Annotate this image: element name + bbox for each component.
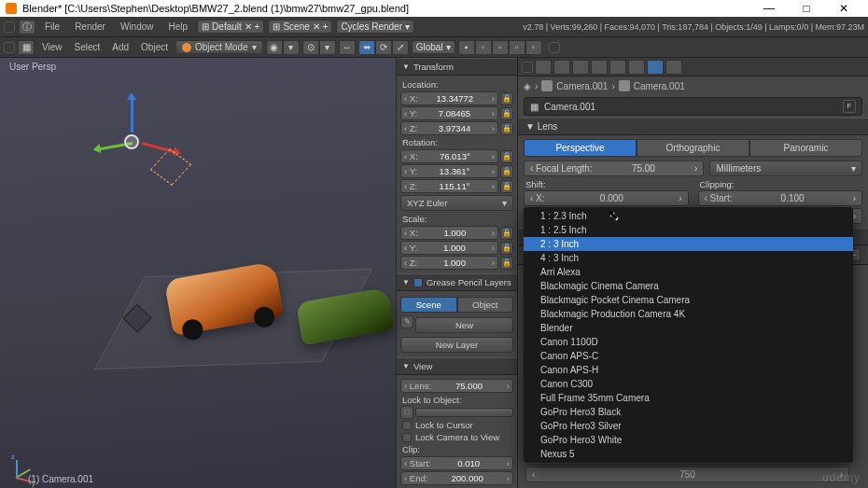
render-engine-select[interactable]: Cycles Render ▾ bbox=[336, 20, 414, 34]
view-panel-header[interactable]: ▼View bbox=[397, 357, 517, 375]
lock-icon[interactable]: 🔒 bbox=[500, 180, 513, 193]
camera-datablock-icon[interactable]: ▦ bbox=[530, 102, 539, 112]
lock-icon[interactable]: 🔒 bbox=[500, 257, 513, 270]
preset-option[interactable]: Full Frame 35mm Camera bbox=[524, 391, 853, 405]
loc-y-field[interactable]: ‹ Y:7.08465› bbox=[400, 106, 498, 120]
lens-type-perspective[interactable]: Perspective bbox=[524, 139, 637, 157]
preset-option[interactable]: Blackmagic Cinema Camera bbox=[524, 279, 853, 293]
lens-type-orthographic[interactable]: Orthographic bbox=[637, 139, 749, 157]
view-clip-start-field[interactable]: ‹ Start:0.010› bbox=[400, 456, 513, 470]
tab-scene-icon[interactable] bbox=[572, 60, 589, 75]
shading-solid-icon[interactable]: ◉ bbox=[266, 40, 283, 55]
lock-object-icon[interactable]: □ bbox=[400, 406, 413, 419]
preset-option[interactable]: Blackmagic Production Camera 4K bbox=[524, 307, 853, 321]
gizmo-center[interactable] bbox=[124, 134, 139, 149]
fake-user-button[interactable]: F bbox=[843, 100, 856, 113]
view-clip-end-field[interactable]: ‹ End:200.000› bbox=[400, 471, 513, 485]
gp-new-button[interactable]: New bbox=[415, 317, 513, 333]
preset-option[interactable]: Arri Alexa bbox=[524, 265, 853, 279]
loc-x-field[interactable]: ‹ X:13.34772› bbox=[400, 91, 498, 105]
editor-type-icon[interactable]: ⓘ bbox=[19, 20, 35, 35]
area-corner-icon[interactable] bbox=[549, 42, 560, 53]
preset-option[interactable]: GoPro Hero3 White bbox=[524, 433, 853, 447]
tab-object-icon[interactable] bbox=[609, 60, 626, 75]
tab-data-camera-icon[interactable] bbox=[647, 60, 664, 75]
camera-name-field[interactable]: ▦ Camera.001 F bbox=[524, 97, 862, 116]
preset-option[interactable]: 1 : 2.3 Inch bbox=[524, 209, 853, 223]
manipulator-toggle-icon[interactable]: ↔ bbox=[339, 40, 356, 55]
tab-world-icon[interactable] bbox=[591, 60, 608, 75]
lens-section-header[interactable]: ▼ Lens bbox=[518, 118, 868, 135]
lock-object-field[interactable] bbox=[415, 408, 513, 417]
preset-option[interactable]: Blackmagic Pocket Cinema Camera bbox=[524, 293, 853, 307]
maximize-button[interactable]: □ bbox=[788, 2, 825, 15]
lock-icon[interactable]: 🔒 bbox=[500, 150, 513, 163]
area-corner-icon[interactable] bbox=[522, 62, 533, 73]
tab-render-layers-icon[interactable] bbox=[553, 60, 570, 75]
lock-icon[interactable]: 🔒 bbox=[500, 242, 513, 255]
scale-y-field[interactable]: ‹ Y:1.000› bbox=[400, 241, 498, 255]
lock-camera-check[interactable] bbox=[402, 433, 412, 442]
menu-object[interactable]: Object bbox=[136, 40, 173, 54]
menu-add[interactable]: Add bbox=[107, 40, 133, 54]
lock-icon[interactable]: 🔒 bbox=[500, 122, 513, 135]
close-button[interactable]: ✕ bbox=[825, 2, 862, 15]
lens-type-panoramic[interactable]: Panoramic bbox=[749, 139, 862, 157]
grease-enable-check[interactable] bbox=[413, 278, 423, 287]
manipulator-scale-icon[interactable]: ⤢ bbox=[392, 40, 409, 55]
shading-menu-icon[interactable]: ▾ bbox=[283, 40, 300, 55]
gp-new-layer-button[interactable]: New Layer bbox=[400, 337, 513, 353]
preset-option[interactable]: 1 : 2.5 Inch bbox=[524, 223, 853, 237]
loc-z-field[interactable]: ‹ Z:3.97344› bbox=[400, 121, 498, 135]
grease-object-tab[interactable]: Object bbox=[457, 297, 514, 313]
pivot-icon[interactable]: ⊙ bbox=[302, 40, 319, 55]
preset-option[interactable]: Canon APS-C bbox=[524, 349, 853, 363]
pivot-menu-icon[interactable]: ▾ bbox=[319, 40, 336, 55]
layer-buttons[interactable]: ▪▫▫▫▫ bbox=[458, 40, 542, 55]
preset-option[interactable]: Blender bbox=[524, 321, 853, 335]
preset-option[interactable]: Canon APS-H bbox=[524, 363, 853, 377]
rot-z-field[interactable]: ‹ Z:115.11°› bbox=[400, 179, 498, 193]
preset-option[interactable]: GoPro Hero3 Silver bbox=[524, 419, 853, 433]
menu-window[interactable]: Window bbox=[115, 20, 160, 34]
preset-option[interactable]: Canon C300 bbox=[524, 377, 853, 391]
menu-help[interactable]: Help bbox=[163, 20, 194, 34]
focal-units-select[interactable]: Millimeters▾ bbox=[709, 160, 862, 176]
view-lens-field[interactable]: ‹ Lens:75.000› bbox=[400, 379, 513, 393]
ghost-num-750[interactable]: ‹750› bbox=[525, 467, 849, 482]
screen-layout-select[interactable]: ⊞ Default ✕ + bbox=[197, 20, 264, 34]
menu-file[interactable]: File bbox=[39, 20, 65, 34]
scale-z-field[interactable]: ‹ Z:1.000› bbox=[400, 256, 498, 270]
lock-icon[interactable]: 🔒 bbox=[500, 227, 513, 240]
grease-panel-header[interactable]: ▼Grease Pencil Layers bbox=[397, 273, 517, 291]
preset-option[interactable]: GoPro Hero3 Black bbox=[524, 405, 853, 419]
grease-scene-tab[interactable]: Scene bbox=[400, 297, 457, 313]
preset-option[interactable]: 2 : 3 Inch bbox=[524, 237, 853, 251]
preset-option[interactable]: Canon 1100D bbox=[524, 335, 853, 349]
tab-render-icon[interactable] bbox=[535, 60, 552, 75]
lock-icon[interactable]: 🔒 bbox=[500, 92, 513, 105]
editor-type-icon[interactable]: ▦ bbox=[18, 40, 35, 55]
rotation-mode-select[interactable]: XYZ Euler▾ bbox=[400, 195, 513, 211]
gp-datablock-icon[interactable]: ✎ bbox=[400, 315, 413, 328]
minimize-button[interactable]: — bbox=[750, 2, 788, 15]
gizmo-z-axis[interactable] bbox=[131, 95, 133, 132]
transform-panel-header[interactable]: ▼Transform bbox=[397, 58, 517, 76]
3d-viewport[interactable]: User Persp z y (1) Camera.001 bbox=[0, 58, 396, 488]
preset-option[interactable]: Nexus 5 bbox=[524, 447, 853, 461]
preset-option[interactable]: 4 : 3 Inch bbox=[524, 251, 853, 265]
manipulator-rotate-icon[interactable]: ⟳ bbox=[375, 40, 392, 55]
scene-select[interactable]: ⊞ Scene ✕ + bbox=[268, 20, 332, 34]
menu-render[interactable]: Render bbox=[69, 20, 111, 34]
menu-view[interactable]: View bbox=[37, 40, 67, 54]
rot-x-field[interactable]: ‹ X:76.013°› bbox=[400, 149, 498, 163]
scale-x-field[interactable]: ‹ X:1.000› bbox=[400, 226, 498, 240]
mode-select[interactable]: Object Mode ▾ bbox=[175, 40, 263, 54]
orientation-select[interactable]: Global ▾ bbox=[412, 40, 455, 54]
focal-length-field[interactable]: ‹ Focal Length:75.00› bbox=[524, 160, 704, 176]
lock-icon[interactable]: 🔒 bbox=[500, 107, 513, 120]
tab-physics-icon[interactable] bbox=[665, 60, 682, 75]
camera-presets-menu[interactable]: 1 : 2.3 Inch1 : 2.5 Inch2 : 3 Inch4 : 3 … bbox=[524, 207, 853, 463]
lock-icon[interactable]: 🔒 bbox=[500, 165, 513, 178]
shift-x-field[interactable]: ‹ X:0.000› bbox=[524, 190, 689, 206]
